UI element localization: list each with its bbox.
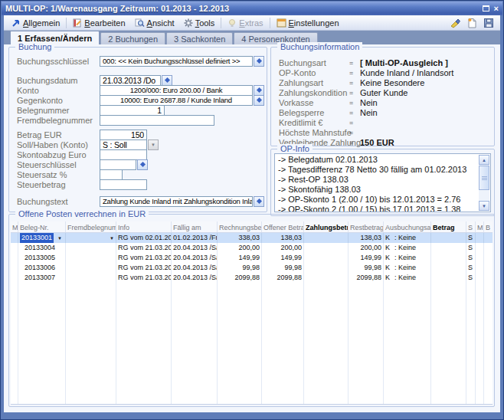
table-row[interactable]: 20133005 RG vom 21.03.2013 20.04.2013 /S… xyxy=(11,253,493,263)
gegenkonto-select[interactable]: 10000: Euro 2687.88 / Kunde Inland xyxy=(100,95,253,106)
skontoabzug-field[interactable] xyxy=(100,149,147,160)
col-m2[interactable]: M xyxy=(476,221,484,232)
col-faellig-am[interactable]: Fällig am xyxy=(172,221,218,232)
col-restbetrag[interactable]: Restbetrag xyxy=(349,221,384,232)
konto-dropdown-button[interactable] xyxy=(254,85,264,96)
konto-select[interactable]: 1200/000: Euro 200.00 / Bank xyxy=(100,85,253,96)
offene-posten-group: Offene Posten verrechnen in EUR M Beleg-… xyxy=(8,214,495,407)
betrag-field[interactable]: 150 xyxy=(100,130,147,140)
beleg-nr-value[interactable]: 20133001 xyxy=(20,233,54,243)
diamond-icon xyxy=(139,162,145,167)
table-row[interactable]: 20133004 RG vom 21.03.2013 20.04.2013 /S… xyxy=(11,243,493,253)
grid-empty-area xyxy=(11,283,493,404)
steuerschluessel-dropdown-button[interactable] xyxy=(137,159,148,170)
betrag-label: Betrag EUR xyxy=(17,130,100,139)
close-icon[interactable]: × xyxy=(494,5,499,12)
menu-tools[interactable]: Tools xyxy=(179,17,220,29)
gegenkonto-label: Gegenkonto xyxy=(17,96,100,105)
table-row[interactable]: 20133001▼ ▼ RG vom 02.01.2013 01.02.2013… xyxy=(11,233,493,243)
col-rechnungsbetrag[interactable]: Rechnungsbetrag xyxy=(218,221,262,232)
dropdown-arrow-icon[interactable]: ▼ xyxy=(57,236,62,241)
sollhaben-select[interactable]: S : Soll xyxy=(100,139,147,150)
arrow-up-right-icon xyxy=(11,18,21,28)
diamond-icon xyxy=(256,97,261,103)
save-icon[interactable] xyxy=(483,18,494,28)
buchungstext-select[interactable]: Zahlung Kunde Inland mit Zahlungskonditi… xyxy=(100,196,253,207)
steuersatz-label: Steuersatz % xyxy=(17,170,100,179)
buchungsdatum-field[interactable]: 21.03.2013 /Do xyxy=(100,75,161,86)
equals-icon: = xyxy=(349,69,360,77)
offene-posten-group-title: Offene Posten verrechnen in EUR xyxy=(15,209,149,219)
buchungsschluessel-select[interactable]: 000: << Kein Buchungsschlüssel definiert… xyxy=(100,56,253,67)
diamond-icon xyxy=(164,77,169,83)
menu-ansicht[interactable]: Ansicht xyxy=(130,17,179,29)
tab-buchungen[interactable]: 2 Buchungen xyxy=(100,32,165,44)
col-m[interactable]: M xyxy=(11,221,18,232)
buchungstext-dropdown-button[interactable] xyxy=(254,196,264,207)
equals-icon: = xyxy=(349,129,360,136)
op-info-box: -> Belegdatum 02.01.2013 -> Tagesdiffere… xyxy=(274,153,491,212)
skontoabzug-label: Skontoabzug Euro xyxy=(17,150,100,159)
equals-icon: = xyxy=(349,79,360,87)
belegnummer-field[interactable]: 1 xyxy=(100,105,165,116)
dropdown-arrow-icon[interactable]: ▼ xyxy=(110,236,114,241)
buchungsschluessel-label: Buchungsschlüssel xyxy=(17,57,100,66)
col-ausbuchungsart[interactable]: Ausbuchungsart xyxy=(384,221,431,232)
konto-label: Konto xyxy=(17,86,100,95)
menu-bearbeiten[interactable]: Bearbeiten xyxy=(68,17,129,29)
open-items-grid: M Beleg-Nr. Fremdbelegnummer Info Fällig… xyxy=(11,221,493,405)
menu-allgemein[interactable]: Allgemein xyxy=(7,17,64,29)
buchungstext-label: Buchungstext xyxy=(17,197,100,206)
steuerschluessel-select[interactable] xyxy=(100,159,136,170)
diamond-icon xyxy=(256,58,261,64)
scroll-down-icon[interactable]: ▼ xyxy=(479,201,489,211)
restore-window-icon[interactable] xyxy=(483,5,489,11)
equals-icon: = xyxy=(349,89,360,97)
sollhaben-label: Soll/Haben (Konto) xyxy=(17,140,100,149)
col-s[interactable]: S xyxy=(466,221,476,232)
tab-sachkonten[interactable]: 3 Sachkonten xyxy=(166,32,233,44)
op-info-line: -> OP-Skonto 1 (2.00 / 10) bis 12.01.201… xyxy=(278,195,476,205)
equals-icon: = xyxy=(349,139,360,146)
table-row[interactable]: 20133006 RG vom 21.03.2013 20.04.2013 /S… xyxy=(11,263,493,273)
belegnummer-label: Belegnummer xyxy=(17,106,100,115)
sollhaben-dropdown-button: ▼ xyxy=(148,139,159,150)
col-zahlungsbetrag[interactable]: Zahlungsbetrag xyxy=(304,221,349,232)
steuerbetrag-field[interactable] xyxy=(100,179,147,190)
col-info[interactable]: Info xyxy=(116,221,172,232)
op-info-scrollbar[interactable]: ▲ ▼ xyxy=(479,155,489,211)
buchung-group: Buchung Buchungsschlüssel 000: << Kein B… xyxy=(8,47,267,212)
scroll-up-icon[interactable]: ▲ xyxy=(479,155,489,165)
application-window: MULTI-OP: 1/Warenausgang Zeitraum: 01.20… xyxy=(0,0,504,420)
fremdbelegnummer-label: Fremdbelegnummer xyxy=(17,116,100,125)
scrollbar-thumb[interactable] xyxy=(479,166,489,190)
menu-separator xyxy=(221,18,221,28)
steuersatz-field[interactable] xyxy=(100,169,123,180)
col-betrag[interactable]: Betrag xyxy=(431,221,466,232)
buchungsschluessel-dropdown-button[interactable] xyxy=(254,56,264,67)
equals-icon: = xyxy=(349,99,360,107)
info-row-vorkasse: Vorkasse = Nein xyxy=(279,97,494,107)
scrollbar-grip-icon xyxy=(482,176,487,177)
menu-separator xyxy=(66,18,67,28)
col-fremdbelegnummer[interactable]: Fremdbelegnummer xyxy=(66,221,116,232)
buchungsdatum-picker-button[interactable] xyxy=(162,75,172,86)
equals-icon: = xyxy=(349,119,360,126)
menu-separator xyxy=(270,18,270,28)
col-beleg-nr[interactable]: Beleg-Nr. xyxy=(18,221,66,232)
new-document-icon[interactable] xyxy=(467,18,477,28)
window-title: MULTI-OP: 1/Warenausgang Zeitraum: 01.20… xyxy=(5,4,483,13)
menu-einstellungen[interactable]: Einstellungen xyxy=(272,17,344,29)
equals-icon: = xyxy=(349,59,360,67)
col-b[interactable]: B xyxy=(484,221,493,232)
fremdbelegnummer-field[interactable] xyxy=(100,115,214,126)
gegenkonto-dropdown-button[interactable] xyxy=(254,95,264,106)
gear-icon xyxy=(184,18,193,28)
steuerbetrag-label: Steuerbetrag xyxy=(17,180,100,189)
title-bar[interactable]: MULTI-OP: 1/Warenausgang Zeitraum: 01.20… xyxy=(2,2,502,15)
publish-stamp-icon[interactable] xyxy=(450,18,461,28)
buchungsinformation-group-title: Buchungsinformation xyxy=(277,42,362,52)
table-row[interactable]: 20133007 RG vom 21.03.2013 20.04.2013 /S… xyxy=(11,273,493,283)
op-info-line: -> Tagesdifferenz 78 Netto 30 fällig am … xyxy=(278,165,476,175)
col-offener-betrag[interactable]: Offener Betrag xyxy=(262,221,304,232)
